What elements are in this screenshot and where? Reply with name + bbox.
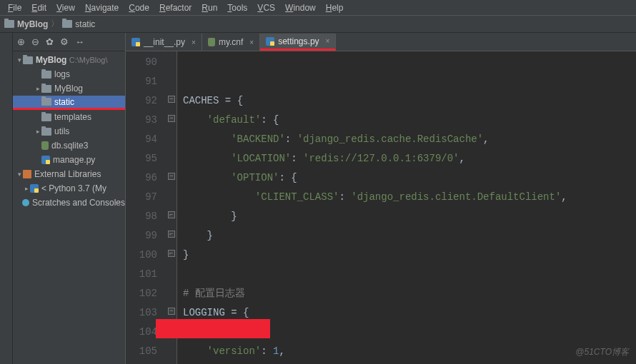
py-icon [41,156,50,164]
menu-help[interactable]: Help [321,3,349,13]
menu-tools[interactable]: Tools [222,3,252,13]
code-editor[interactable]: 9091929394959697989910010110210310410510… [126,51,636,364]
folder-icon [41,71,51,79]
menu-window[interactable]: Window [280,3,321,13]
folder-icon [23,56,33,64]
close-icon[interactable]: × [326,37,330,45]
tab-settings-py[interactable]: settings.py× [260,34,336,51]
menu-navigate[interactable]: Navigate [80,3,124,13]
project-sidebar: ⊕⊖✿⚙↔ ▾MyBlog C:\MyBlog\ logs▸MyBlogstat… [13,33,126,364]
editor-area: __init__.py×my.cnf×settings.py× 90919293… [126,33,636,364]
tree-item-logs[interactable]: logs [13,67,125,81]
watermark: @51CTO博客 [575,346,629,358]
python-icon [131,38,140,46]
fold-marker[interactable]: − [168,96,175,103]
menu-code[interactable]: Code [124,3,154,13]
menu-refactor[interactable]: Refactor [154,3,197,13]
menu-file[interactable]: File [3,3,26,13]
toolbar-icon-4[interactable]: ↔ [75,36,84,47]
tree-python[interactable]: ▸< Python 3.7 (My [13,181,125,196]
folder-icon [41,113,51,121]
breadcrumb: MyBlog 〉 static [0,16,636,33]
tool-strip[interactable] [0,33,13,364]
scratch-icon [22,199,29,206]
code-content[interactable]: CACHES = { 'default': { 'BACKEND': 'djan… [177,51,636,364]
tab-__init__-py[interactable]: __init__.py× [126,34,202,51]
tree-item-utils[interactable]: ▸utils [13,124,125,138]
tree-scratches[interactable]: Scratches and Consoles [13,196,125,210]
fold-marker[interactable]: − [168,308,175,315]
tree-item-manage.py[interactable]: manage.py [13,153,125,167]
folder-icon [62,20,72,28]
fold-marker[interactable]: − [168,115,175,122]
chevron-right-icon: 〉 [51,18,59,30]
line-numbers: 9091929394959697989910010110210310410510… [126,51,167,364]
python-icon [30,184,39,193]
fold-marker[interactable]: ⌐ [168,231,175,238]
tree-root[interactable]: ▾MyBlog C:\MyBlog\ [13,53,125,67]
fold-marker[interactable]: ⌐ [168,211,175,218]
menu-view[interactable]: View [51,3,80,13]
python-icon [266,37,274,46]
fold-marker[interactable]: ⌐ [168,250,175,257]
menu-edit[interactable]: Edit [26,3,51,13]
toolbar-icon-1[interactable]: ⊖ [31,36,39,47]
menu-vcs[interactable]: VCS [252,3,280,13]
tree-item-static[interactable]: static [13,96,125,110]
tree-item-templates[interactable]: templates [13,110,125,124]
toolbar-icon-2[interactable]: ✿ [46,36,54,47]
folder-icon [41,98,51,106]
library-icon [23,170,31,178]
tab-my-cnf[interactable]: my.cnf× [202,34,260,51]
editor-tabs: __init__.py×my.cnf×settings.py× [126,33,636,51]
cfg-icon [208,38,215,46]
folder-icon [4,20,14,28]
toolbar-icon-3[interactable]: ⚙ [60,36,69,47]
tree-item-db.sqlite3[interactable]: db.sqlite3 [13,138,125,153]
folder-icon [41,128,51,136]
db-icon [41,141,49,150]
close-icon[interactable]: × [192,39,196,46]
folder-icon [41,85,51,93]
sidebar-toolbar: ⊕⊖✿⚙↔ [13,33,125,51]
close-icon[interactable]: × [249,39,254,46]
fold-bar[interactable]: −−−⌐⌐⌐− [167,51,177,364]
menu-run[interactable]: Run [197,3,222,13]
breadcrumb-project[interactable]: MyBlog [4,19,48,29]
tree-item-myblog[interactable]: ▸MyBlog [13,81,125,96]
menu-bar: FileEditViewNavigateCodeRefactorRunTools… [0,0,636,16]
breadcrumb-folder[interactable]: static [62,19,95,29]
fold-marker[interactable]: − [168,173,175,180]
toolbar-icon-0[interactable]: ⊕ [17,36,25,47]
project-tree: ▾MyBlog C:\MyBlog\ logs▸MyBlogstatictemp… [13,51,125,364]
tree-external[interactable]: ▾External Libraries [13,167,125,181]
